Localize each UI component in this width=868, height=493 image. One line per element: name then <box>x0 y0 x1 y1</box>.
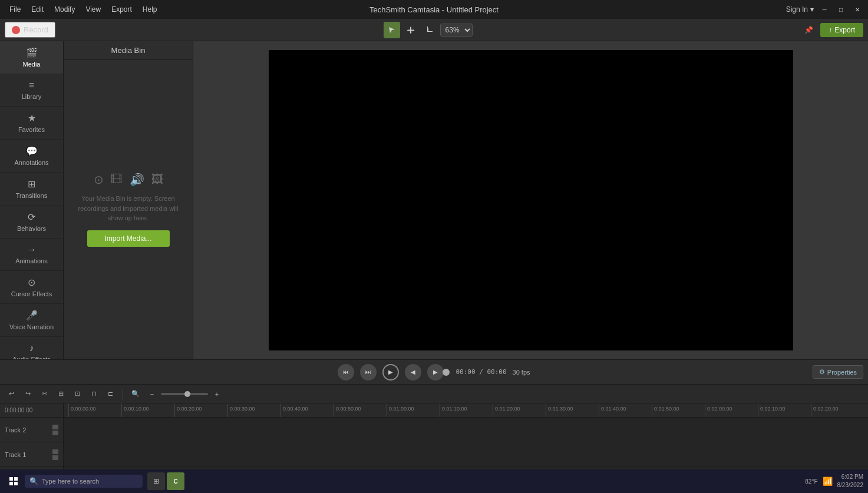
title-bar-left: File Edit Modify View Export Help <box>5 3 162 16</box>
next-frame-button[interactable]: ▶ <box>427 364 444 380</box>
annotations-icon: 💬 <box>26 145 38 157</box>
track-2-lock[interactable] <box>52 431 58 435</box>
split-button[interactable]: ⊓ <box>87 388 100 401</box>
skip-back-button[interactable]: ⏮ <box>338 364 354 380</box>
media-bin-empty-text: Your Media Bin is empty. Screen recordin… <box>75 194 181 223</box>
zoom-in-button[interactable]: + <box>210 388 223 401</box>
sidebar-item-annotations[interactable]: 💬 Annotations <box>0 140 63 173</box>
undo-button[interactable]: ↩ <box>5 388 18 401</box>
playback-controls: ⏮ ⏭ ▶ ◀ ▶ 00:00 / 00:00 30 fps <box>338 364 530 380</box>
crop-tool-button[interactable] <box>421 22 438 38</box>
cut-button[interactable]: ✂ <box>38 388 51 401</box>
redo-button[interactable]: ↪ <box>21 388 34 401</box>
timeline-area: ↩ ↪ ✂ ⊞ ⊡ ⊓ ⊏ 🔍 − + 0:00:00:00 Track 2 <box>0 384 868 469</box>
sidebar-item-animations[interactable]: → Animations <box>0 239 63 271</box>
import-media-button[interactable]: Import Media... <box>87 230 170 247</box>
zoom-in-icon: 🔍 <box>129 388 142 401</box>
sidebar-item-cursor-effects[interactable]: ⊙ Cursor Effects <box>0 271 63 304</box>
zoom-out-button[interactable]: − <box>146 388 159 401</box>
film-type-icon: 🎞 <box>111 173 123 187</box>
sidebar-item-transitions[interactable]: ⊞ Transitions <box>0 173 63 206</box>
sidebar-label-media: Media <box>23 61 41 68</box>
record-icon <box>12 26 20 34</box>
sidebar-item-library[interactable]: ≡ Library <box>0 74 63 107</box>
sidebar-item-behaviors[interactable]: ⟳ Behaviors <box>0 206 63 239</box>
taskview-button[interactable]: ⊞ <box>147 472 165 490</box>
svg-rect-2 <box>9 482 13 485</box>
track-labels: 0:00:00:00 Track 2 Track 1 <box>0 403 64 469</box>
track-row-2[interactable] <box>64 418 868 442</box>
sidebar-item-favorites[interactable]: ★ Favorites <box>0 107 63 140</box>
menu-modify[interactable]: Modify <box>49 3 80 16</box>
copy-button[interactable]: ⊞ <box>54 388 67 401</box>
preview-area <box>193 41 868 359</box>
track-2-mute[interactable] <box>52 425 58 429</box>
paste-button[interactable]: ⊡ <box>71 388 84 401</box>
sidebar-label-voice: Voice Narration <box>9 323 54 330</box>
prev-frame-button[interactable]: ◀ <box>405 364 421 380</box>
menu-export[interactable]: Export <box>107 3 137 16</box>
timeline-ruler: 0:00:00:00 0:00:10:00 0:00:20:00 0:00:30… <box>64 403 868 418</box>
move-tool-button[interactable] <box>402 22 419 38</box>
toolbar-left: Record <box>5 22 55 38</box>
track-2-name: Track 2 <box>5 426 26 434</box>
track-1-controls <box>52 449 58 460</box>
record-button[interactable]: Record <box>5 22 55 38</box>
scrubber-thumb <box>443 369 450 376</box>
preview-canvas <box>269 50 793 350</box>
upload-icon: ↑ <box>829 26 832 34</box>
track-1-mute[interactable] <box>52 449 58 454</box>
sidebar-item-media[interactable]: 🎬 Media <box>0 41 63 74</box>
menu-help[interactable]: Help <box>138 3 162 16</box>
ruler-tick-2: 0:00:20:00 <box>174 403 227 418</box>
zoom-slider-thumb <box>184 391 190 397</box>
menu-edit[interactable]: Edit <box>27 3 48 16</box>
ruler-tick-8: 0:01:20:00 <box>493 403 546 418</box>
sidebar-item-audio-effects[interactable]: ♪ Audio Effects <box>0 337 63 359</box>
zoom-selector[interactable]: 63% <box>440 24 473 37</box>
gear-icon: ⚙ <box>819 368 825 376</box>
menu-view[interactable]: View <box>81 3 105 16</box>
search-bar[interactable]: 🔍 Type here to search <box>25 475 143 488</box>
clock: 6:02 PM8/23/2022 <box>837 473 864 489</box>
step-forward-button[interactable]: ⏭ <box>360 364 377 380</box>
track-label-2: Track 2 <box>0 418 63 442</box>
media-bin-content: ⊙ 🎞 🔊 🖼 Your Media Bin is empty. Screen … <box>64 60 193 359</box>
title-bar: File Edit Modify View Export Help TechSm… <box>0 0 868 19</box>
zoom-slider-container: − + <box>146 388 223 401</box>
export-button[interactable]: ↑ Export <box>820 23 863 37</box>
menu-file[interactable]: File <box>5 3 25 16</box>
track-row-1[interactable] <box>64 442 868 467</box>
taskbar-left: 🔍 Type here to search ⊞ C <box>5 472 184 490</box>
maximize-button[interactable]: □ <box>835 4 847 15</box>
properties-button[interactable]: ⚙ Properties <box>813 365 863 379</box>
video-type-icon: ⊙ <box>94 173 104 187</box>
ruler-tick-11: 0:01:50:00 <box>652 403 705 418</box>
taskbar-icons: ⊞ C <box>147 472 184 490</box>
sidebar: 🎬 Media ≡ Library ★ Favorites 💬 Annotati… <box>0 41 64 359</box>
play-button[interactable]: ▶ <box>382 364 399 380</box>
zoom-slider[interactable] <box>161 393 208 395</box>
camtasia-taskbar[interactable]: C <box>167 472 184 490</box>
track-label-header: 0:00:00:00 <box>0 403 63 418</box>
start-button[interactable] <box>5 472 22 490</box>
minimize-button[interactable]: ─ <box>819 4 830 15</box>
track-1-lock[interactable] <box>52 455 58 460</box>
svg-rect-3 <box>14 482 18 485</box>
sign-in-button[interactable]: Sign In ▾ <box>786 5 814 14</box>
toolbar-right: 📌 ↑ Export <box>800 22 863 38</box>
timeline-tracks: 0:00:00:00 0:00:10:00 0:00:20:00 0:00:30… <box>64 403 868 469</box>
close-button[interactable]: ✕ <box>852 4 863 15</box>
sidebar-item-voice-narration[interactable]: 🎤 Voice Narration <box>0 304 63 337</box>
select-tool-button[interactable] <box>384 22 400 38</box>
sign-in-label: Sign In <box>786 5 808 14</box>
favorites-icon: ★ <box>28 113 36 124</box>
trim-button[interactable]: ⊏ <box>104 388 117 401</box>
sidebar-label-animations: Animations <box>15 257 47 264</box>
title-bar-right: Sign In ▾ ─ □ ✕ <box>786 4 863 15</box>
ruler-tick-4: 0:00:40:00 <box>280 403 334 418</box>
track-2-controls <box>52 425 58 435</box>
pin-button[interactable]: 📌 <box>800 22 817 38</box>
ruler-tick-3: 0:00:30:00 <box>227 403 280 418</box>
sidebar-label-transitions: Transitions <box>16 192 47 199</box>
